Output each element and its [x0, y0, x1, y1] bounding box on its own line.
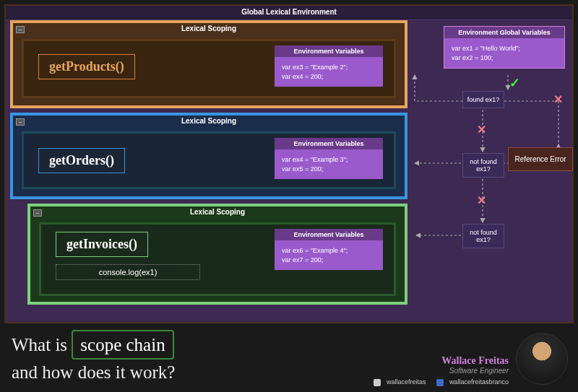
footer: What is scope chain and how does it work…: [4, 326, 574, 388]
var-line: var ex7 = 200;: [282, 256, 376, 265]
env-header: Environment Variables: [275, 45, 383, 57]
decision-not-found: not found ex1?: [462, 224, 504, 248]
cross-icon: ✕: [477, 193, 486, 207]
global-vars-box: Environment Global Variables var ex1 = "…: [444, 26, 565, 69]
scope-body: getProducts() Environment Variables var …: [22, 39, 396, 98]
var-line: var ex1 = "Hello World";: [452, 44, 557, 53]
q-line1: What is: [12, 335, 67, 354]
author-block: Wallace Freitas Software Engineer: [441, 355, 509, 375]
function-label: getInvoices(): [56, 232, 148, 257]
scope-title: Lexical Scoping: [30, 206, 405, 217]
var-line: var ex2 = 100;: [452, 53, 557, 63]
collapse-icon[interactable]: –: [16, 26, 25, 33]
scope-body: getInvoices() console.log(ex1) Environme…: [39, 222, 396, 296]
check-icon: ✓: [509, 75, 520, 91]
cross-icon: ✕: [477, 123, 486, 136]
scope-getorders: – Lexical Scoping getOrders() Environmen…: [10, 113, 407, 199]
q-line2: and how does it work?: [12, 362, 175, 382]
social-links: wallacefreitas wallacefreitasbranco: [365, 378, 509, 386]
global-title: Global Lexical Environment: [6, 6, 572, 19]
decision-not-found: not found ex1?: [462, 153, 504, 178]
console-log-line: console.log(ex1): [56, 264, 200, 280]
github-icon: [374, 379, 381, 386]
linkedin-icon: [436, 379, 444, 386]
global-lexical-environment: Global Lexical Environment – Lexical Sco…: [4, 4, 574, 323]
scope-getproducts: – Lexical Scoping getProducts() Environm…: [10, 20, 407, 108]
scope-title: Lexical Scoping: [13, 116, 405, 126]
env-body: var ex3 = "Example 2"; var ex4 = 200;: [275, 57, 383, 87]
env-body: var ex6 = "Example 4"; var ex7 = 200;: [275, 240, 383, 270]
decision-found: found ex1?: [462, 91, 504, 108]
env-header: Environment Global Variables: [444, 27, 564, 38]
author-role: Software Engineer: [441, 367, 509, 375]
author-name: Wallace Freitas: [441, 355, 509, 367]
function-label: getOrders(): [38, 148, 125, 173]
collapse-icon[interactable]: –: [16, 118, 25, 126]
author-avatar: [516, 333, 568, 385]
env-vars-box: Environment Variables var ex3 = "Example…: [275, 45, 383, 87]
github-link[interactable]: wallacefreitas: [369, 378, 426, 386]
env-vars-box: Environment Variables var ex6 = "Example…: [275, 229, 383, 270]
env-header: Environment Variables: [275, 229, 383, 240]
var-line: var ex3 = "Example 2";: [282, 63, 376, 72]
env-body: var ex1 = "Hello World"; var ex2 = 100;: [444, 38, 564, 68]
var-line: var ex6 = "Example 4";: [282, 246, 376, 256]
scopes-column: – Lexical Scoping getProducts() Environm…: [10, 20, 407, 309]
scope-title: Lexical Scoping: [13, 23, 405, 34]
question-text: What is scope chain and how does it work…: [12, 330, 175, 385]
var-line: var ex5 = 200;: [282, 165, 376, 174]
collapse-icon[interactable]: –: [33, 209, 42, 217]
function-label: getProducts(): [38, 54, 135, 79]
scope-getinvoices: – Lexical Scoping getInvoices() console.…: [27, 204, 407, 305]
var-line: var ex4 = "Example 3";: [282, 155, 376, 165]
env-vars-box: Environment Variables var ex4 = "Example…: [275, 138, 383, 179]
env-body: var ex4 = "Example 3"; var ex5 = 200;: [275, 149, 383, 179]
linkedin-link[interactable]: wallacefreitasbranco: [432, 378, 509, 386]
reference-error-box: Reference Error: [508, 147, 573, 171]
q-highlight: scope chain: [72, 330, 173, 360]
scope-body: getOrders() Environment Variables var ex…: [22, 131, 396, 189]
cross-icon: ✕: [553, 92, 563, 106]
env-header: Environment Variables: [275, 138, 383, 149]
var-line: var ex4 = 200;: [282, 72, 376, 82]
